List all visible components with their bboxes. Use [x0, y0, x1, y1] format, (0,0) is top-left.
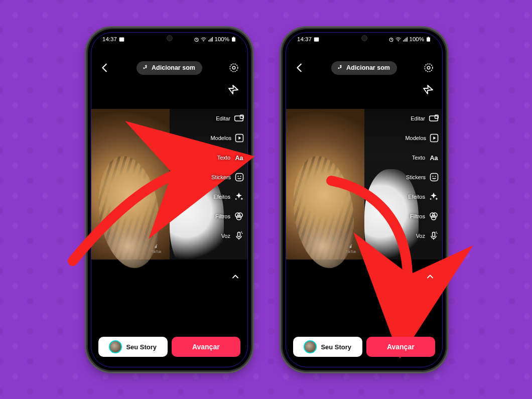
tool-models[interactable]: Modelos — [211, 132, 244, 144]
svg-rect-11 — [235, 174, 243, 181]
svg-point-24 — [427, 66, 430, 69]
screen-left: 14:37 100% — [91, 32, 248, 367]
tool-filters[interactable]: Filtros — [211, 211, 244, 222]
add-sound-chip[interactable]: Adicionar som — [331, 61, 397, 75]
share-button[interactable] — [225, 81, 242, 98]
svg-point-23 — [425, 64, 433, 72]
back-button[interactable] — [291, 59, 308, 76]
signal-icon — [403, 37, 408, 42]
your-story-button[interactable]: Seu Story — [98, 337, 168, 357]
svg-rect-0 — [119, 37, 124, 41]
wifi-icon — [395, 37, 401, 42]
svg-text:Aa: Aa — [430, 155, 439, 162]
preview-watermark: TikTok — [152, 244, 162, 253]
preview-left-clip: TikTok — [91, 109, 170, 259]
battery-percent: 100% — [410, 36, 424, 42]
tool-voice[interactable]: Voz — [211, 230, 244, 241]
status-bar: 14:37 100% — [286, 33, 442, 46]
top-row: Adicionar som — [286, 58, 442, 78]
next-label: Avançar — [192, 343, 220, 351]
your-story-button[interactable]: Seu Story — [293, 337, 362, 357]
text-icon: Aa — [233, 152, 244, 163]
add-sound-label: Adicionar som — [152, 64, 195, 71]
svg-point-5 — [230, 64, 238, 72]
text-icon: Aa — [428, 152, 439, 163]
tool-text[interactable]: Texto Aa — [406, 152, 439, 163]
back-button[interactable] — [96, 59, 113, 76]
screen-right: 14:37 100% — [286, 32, 443, 367]
share-button[interactable] — [420, 81, 437, 98]
battery-icon — [426, 37, 431, 42]
svg-point-2 — [203, 41, 203, 41]
effects-icon — [233, 191, 244, 202]
battery-percent: 100% — [215, 36, 229, 42]
svg-rect-29 — [430, 174, 438, 181]
stickers-icon — [429, 172, 439, 183]
avatar — [109, 340, 122, 353]
status-time: 14:37 — [102, 36, 117, 42]
your-story-label: Seu Story — [126, 343, 157, 351]
next-button[interactable]: Avançar — [366, 337, 436, 357]
settings-button[interactable] — [225, 59, 242, 76]
svg-rect-35 — [433, 232, 435, 237]
alarm-icon — [194, 37, 199, 42]
picture-icon — [314, 37, 319, 42]
tool-stickers[interactable]: Stickers — [211, 172, 244, 183]
preview-watermark: TikTok — [346, 244, 356, 253]
wifi-icon — [201, 37, 206, 42]
svg-rect-3 — [232, 37, 235, 41]
music-note-icon — [337, 64, 343, 72]
next-label: Avançar — [387, 343, 415, 351]
tool-edit[interactable]: Editar — [406, 113, 439, 124]
tool-voice[interactable]: Voz — [406, 230, 439, 241]
effects-icon — [428, 191, 439, 202]
tool-filters[interactable]: Filtros — [406, 211, 439, 222]
signal-icon — [208, 37, 213, 42]
tool-effects[interactable]: Efeitos — [211, 191, 244, 202]
svg-point-6 — [232, 66, 235, 69]
filters-icon — [233, 211, 244, 222]
tool-models[interactable]: Modelos — [406, 132, 439, 144]
phone-left: 14:37 100% — [88, 29, 251, 370]
rail-expand-toggle[interactable] — [425, 272, 435, 284]
edit-icon — [428, 113, 439, 124]
add-sound-chip[interactable]: Adicionar som — [137, 61, 202, 75]
music-note-icon — [143, 64, 149, 72]
settings-button[interactable] — [420, 59, 437, 76]
status-bar: 14:37 100% — [91, 33, 247, 46]
svg-text:Aa: Aa — [235, 155, 244, 162]
svg-point-20 — [397, 41, 398, 41]
voice-icon — [233, 230, 244, 241]
preview-left-clip: TikTok — [286, 109, 364, 259]
svg-point-12 — [237, 176, 238, 177]
tool-effects[interactable]: Efeitos — [406, 191, 439, 202]
battery-icon — [231, 37, 236, 42]
edit-icon — [233, 113, 244, 124]
your-story-label: Seu Story — [321, 343, 351, 351]
voice-icon — [428, 230, 439, 241]
stickers-icon — [234, 172, 244, 183]
bottom-action-row: Seu Story Avançar — [98, 337, 240, 357]
svg-rect-21 — [427, 37, 430, 41]
status-time: 14:37 — [297, 36, 312, 42]
svg-point-31 — [435, 176, 436, 177]
svg-point-30 — [432, 176, 433, 177]
next-button[interactable]: Avançar — [172, 337, 241, 357]
svg-point-13 — [240, 176, 241, 177]
models-icon — [234, 132, 244, 144]
models-icon — [429, 132, 439, 144]
tool-text[interactable]: Texto Aa — [211, 152, 244, 163]
svg-rect-18 — [314, 37, 319, 41]
rail-expand-toggle[interactable] — [230, 272, 240, 284]
avatar — [304, 340, 317, 353]
tool-edit[interactable]: Editar — [211, 113, 244, 124]
svg-rect-22 — [428, 37, 429, 37]
add-sound-label: Adicionar som — [346, 64, 390, 71]
phone-right: 14:37 100% — [283, 29, 446, 370]
svg-rect-4 — [233, 37, 234, 37]
tool-stickers[interactable]: Stickers — [406, 172, 439, 183]
filters-icon — [428, 211, 439, 222]
alarm-icon — [388, 37, 394, 42]
background-pattern — [0, 0, 532, 399]
svg-rect-17 — [238, 232, 240, 237]
